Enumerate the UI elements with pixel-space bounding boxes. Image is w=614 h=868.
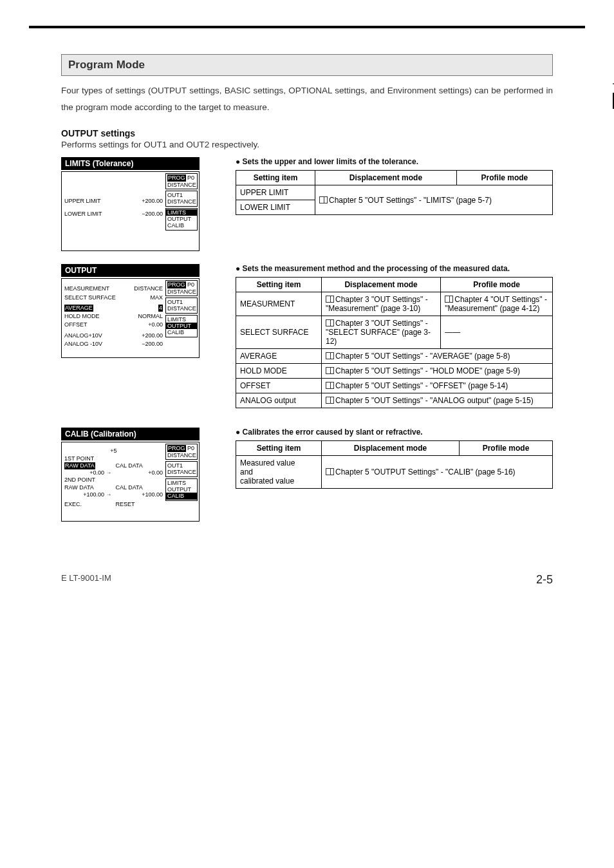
book-icon [319,196,328,203]
output-settings-desc: Performs settings for OUT1 and OUT2 resp… [61,140,553,149]
calib-ref-cell: Chapter 5 "OUTPUT Settings" - "CALIB" (p… [322,456,553,489]
section-header: Program Mode [61,54,553,76]
col-profile-mode: Profile mode [456,171,552,185]
calib-block: CALIB (Calibration) +5 1ST POINT RAW DAT… [61,428,553,522]
book-icon [326,397,334,404]
calib-screen: +5 1ST POINT RAW DATA CAL DATA +0.00 → +… [61,442,200,522]
arrow-icon: → [106,469,112,476]
book-icon [326,319,334,326]
book-icon [326,352,334,359]
limits-table: Setting item Displacement mode Profile m… [236,170,553,215]
calib-row-label: Measured value and calibrated value [236,456,322,489]
lower-limit-value: −200.00 [142,211,163,218]
upper-limit-label: UPPER LIMIT [64,198,101,205]
output-block: OUTPUT MEASUREMENTDISTANCE SELECT SURFAC… [61,264,553,408]
section-intro: Four types of settings (OUTPUT settings,… [61,82,553,115]
book-icon [445,296,453,303]
col-disp-mode: Displacement mode [315,171,457,185]
page-footer: E LT-9001-IM 2-5 [0,573,614,606]
calib-bullet: Calibrates the error caused by slant or … [236,428,553,437]
limits-title: LIMITS (Tolerance) [61,157,200,170]
calib-title: CALIB (Calibration) [61,428,200,440]
limits-row-upper: UPPER LIMIT [236,185,315,200]
limits-ref-cell: Chapter 5 "OUT Settings" - "LIMITS" (pag… [315,185,553,215]
output-bullet: Sets the measurement method and the proc… [236,264,553,273]
output-settings-heading: OUTPUT settings [61,128,553,138]
limits-bullet: Sets the upper and lower limits of the t… [236,157,553,166]
output-title: OUTPUT [61,264,200,277]
limits-screen: UPPER LIMIT+200.00 LOWER LIMIT−200.00 PR… [61,171,200,251]
doc-id: E LT-9001-IM [61,573,111,587]
limits-block: LIMITS (Tolerance) UPPER LIMIT+200.00 LO… [61,157,553,251]
col-setting-item: Setting item [236,171,315,185]
book-icon [326,382,334,389]
lower-limit-label: LOWER LIMIT [64,211,102,218]
book-icon [326,296,334,303]
side-prog-panel: PROG P0DISTANCE [165,173,198,189]
side-menu-panel: LIMITS OUTPUT CALIB [165,208,198,231]
output-table: Setting item Displacement mode Profile m… [236,277,553,408]
side-out1-panel: OUT1DISTANCE [165,191,198,207]
section-title: Program Mode [68,59,145,71]
page-number: 2-5 [536,573,553,587]
upper-limit-value: +200.00 [142,198,163,205]
calib-table: Setting item Displacement mode Profile m… [236,440,553,489]
limits-row-lower: LOWER LIMIT [236,200,315,215]
output-screen: MEASUREMENTDISTANCE SELECT SURFACEMAX AV… [61,278,200,358]
book-icon [326,468,334,475]
arrow-icon: → [106,491,112,498]
book-icon [326,367,334,374]
